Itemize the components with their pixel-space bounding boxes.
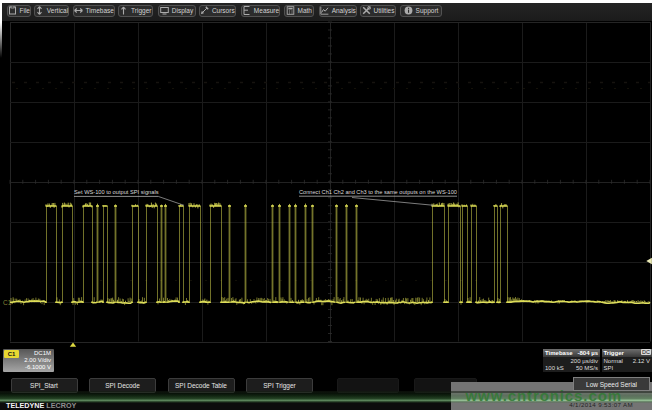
svg-text:C1: C1: [3, 299, 12, 306]
svg-text:Set WS-100 to output SPI signa: Set WS-100 to output SPI signals: [74, 189, 159, 195]
svg-text:Connect Ch1 Ch2 and Ch3 to the: Connect Ch1 Ch2 and Ch3 to the same outp…: [299, 189, 457, 195]
